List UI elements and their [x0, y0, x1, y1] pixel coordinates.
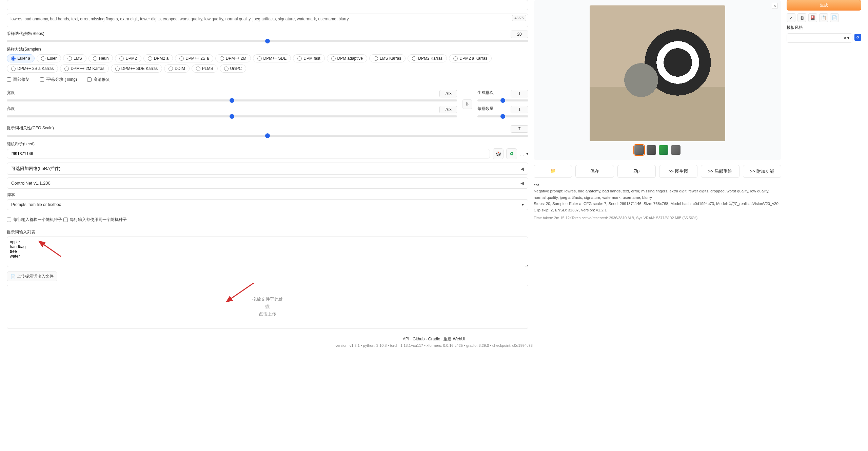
negative-prompt[interactable]: lowres, bad anatomy, bad hands, text, er…	[7, 14, 528, 27]
seed-extra-check[interactable]: ▾	[520, 151, 528, 156]
seed-input[interactable]	[7, 149, 490, 158]
same-seed-check[interactable]: 每行输入都使用同一个随机种子	[63, 217, 127, 223]
batch-count-value[interactable]: 1	[511, 90, 528, 97]
zip-button[interactable]: Zip	[617, 165, 656, 178]
generate-button[interactable]: 生成	[787, 0, 861, 11]
sampler-option[interactable]: LMS Karras	[369, 54, 406, 62]
sampler-options: Euler aEulerLMSHeunDPM2DPM2 aDPM++ 2S aD…	[7, 54, 528, 73]
footer-link[interactable]: API	[403, 337, 409, 341]
hires-check[interactable]: 高清修复	[87, 77, 110, 82]
swap-wh-button[interactable]: ⇅	[462, 99, 472, 109]
steps-label: 采样迭代步数(Steps)	[7, 31, 44, 37]
output-image-panel: ×	[534, 0, 781, 160]
arrow-icon[interactable]: ↙	[787, 13, 795, 22]
controlnet-accordion[interactable]: ControlNet v1.1.200◀	[7, 177, 528, 189]
sampler-option[interactable]: UniPC	[220, 64, 246, 73]
script-select[interactable]: Prompts from file or textbox▾	[7, 199, 528, 210]
sampler-option[interactable]: Euler a	[7, 54, 35, 62]
token-counter: 45/75	[512, 15, 526, 21]
thumbnail-strip	[539, 145, 776, 155]
sampler-option[interactable]: DPM fast	[293, 54, 324, 62]
sampler-option[interactable]: DDIM	[164, 64, 190, 73]
sampler-option[interactable]: DPM++ SDE	[253, 54, 291, 62]
sampler-option[interactable]: Heun	[88, 54, 113, 62]
send-inpaint-button[interactable]: >> 局部重绘	[701, 165, 739, 178]
thumbnail[interactable]	[647, 145, 656, 155]
sampler-option[interactable]: Euler	[37, 54, 61, 62]
height-label: 高度	[7, 106, 15, 112]
style-select[interactable]: × ▾	[787, 33, 852, 43]
annotation-arrow-icon	[223, 283, 257, 307]
width-slider[interactable]	[7, 99, 457, 101]
prompt-list-label: 提示词输入列表	[7, 229, 528, 235]
file-icon[interactable]: 📄	[830, 13, 839, 22]
footer-link[interactable]: Github	[413, 337, 425, 341]
sampler-option[interactable]: DPM++ 2S a Karras	[7, 64, 58, 73]
batch-count-label: 生成批次	[477, 90, 494, 96]
sampler-option[interactable]: DPM2 Karras	[408, 54, 447, 62]
sampler-option[interactable]: DPM++ 2M	[215, 54, 251, 62]
sampler-label: 采样方法(Sampler)	[7, 46, 528, 52]
open-folder-button[interactable]: 📁	[534, 165, 572, 178]
chevron-down-icon: ▾	[522, 202, 524, 207]
save-button[interactable]: 保存	[575, 165, 614, 178]
width-value[interactable]: 768	[439, 90, 457, 97]
sampler-option[interactable]: DPM adaptive	[327, 54, 367, 62]
cfg-label: 提示词相关性(CFG Scale)	[7, 125, 54, 131]
tiling-check[interactable]: 平铺/分块 (Tiling)	[40, 77, 77, 82]
steps-slider[interactable]	[7, 40, 528, 42]
thumbnail[interactable]	[659, 145, 668, 155]
clipboard-icon[interactable]: 📋	[819, 13, 828, 22]
sampler-option[interactable]: DPM2	[115, 54, 141, 62]
lora-accordion[interactable]: 可选附加网络(LoRA插件)◀	[7, 163, 528, 175]
height-slider[interactable]	[7, 115, 457, 117]
chevron-left-icon: ◀	[520, 166, 524, 171]
cfg-value[interactable]: 7	[511, 125, 528, 133]
svg-line-1	[226, 283, 254, 302]
file-dropzone[interactable]: 拖放文件至此处 - 或 - 点击上传	[7, 285, 528, 329]
script-label: 脚本	[7, 192, 528, 198]
send-img2img-button[interactable]: >> 图生图	[659, 165, 697, 178]
iterate-seed-check[interactable]: 每行输入都换一个随机种子	[7, 217, 62, 223]
prompt-list-textarea[interactable]	[7, 237, 528, 267]
close-icon[interactable]: ×	[772, 3, 778, 9]
batch-size-slider[interactable]	[477, 115, 528, 117]
positive-prompt[interactable]	[7, 0, 528, 10]
sampler-option[interactable]: DPM++ SDE Karras	[111, 64, 162, 73]
steps-value[interactable]: 20	[511, 31, 528, 38]
sampler-option[interactable]: DPM++ 2M Karras	[60, 64, 108, 73]
batch-size-label: 每批数量	[477, 106, 494, 112]
height-value[interactable]: 768	[439, 106, 457, 113]
footer: API · Github · Gradio · 重启 WebUI version…	[7, 336, 861, 347]
face-restore-check[interactable]: 面部修复	[7, 77, 29, 82]
thumbnail[interactable]	[634, 145, 644, 155]
sampler-option[interactable]: DPM++ 2S a	[175, 54, 213, 62]
batch-size-value[interactable]: 1	[511, 106, 528, 113]
seed-random-button[interactable]: 🎲	[493, 148, 504, 159]
trash-icon[interactable]: 🗑	[797, 13, 806, 22]
style-label: 模板风格	[787, 25, 861, 31]
chevron-left-icon: ◀	[520, 181, 524, 186]
sampler-option[interactable]: PLMS	[192, 64, 218, 73]
batch-count-slider[interactable]	[477, 99, 528, 101]
sampler-option[interactable]: DPM2 a Karras	[449, 54, 492, 62]
negative-prompt-text: lowres, bad anatomy, bad hands, text, er…	[11, 17, 349, 21]
width-label: 宽度	[7, 90, 15, 96]
send-extras-button[interactable]: >> 附加功能	[743, 165, 781, 178]
seed-recycle-button[interactable]: ♻	[506, 148, 517, 159]
refresh-styles-button[interactable]: ⟳	[854, 34, 861, 41]
cfg-slider[interactable]	[7, 135, 528, 137]
upload-prompts-button[interactable]: 📄 上传提示词输入文件	[7, 271, 57, 281]
footer-link[interactable]: Gradio	[428, 337, 440, 341]
generation-info: cat Negative prompt: lowres, bad anatomy…	[534, 182, 781, 221]
styles-icon[interactable]: 🎴	[808, 13, 817, 22]
footer-link[interactable]: 重启 WebUI	[443, 337, 465, 341]
thumbnail[interactable]	[671, 145, 680, 155]
generated-image[interactable]	[590, 5, 725, 141]
sampler-option[interactable]: LMS	[63, 54, 86, 62]
sampler-option[interactable]: DPM2 a	[143, 54, 173, 62]
seed-label: 随机种子(seed)	[7, 141, 528, 147]
